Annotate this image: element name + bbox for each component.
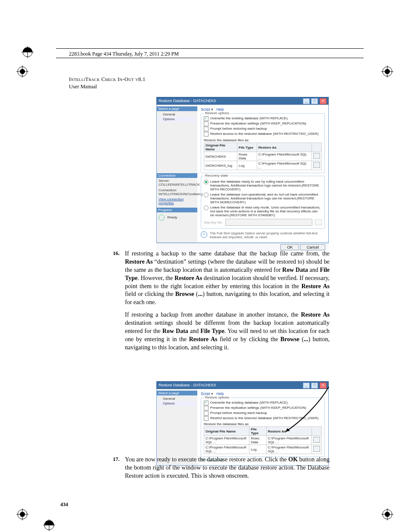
chk-restrict[interactable]: Restrict access to the restored database… [204, 132, 322, 137]
chk-restrict[interactable]: Restrict access to the restored database… [204, 416, 322, 421]
restore-files-table: Original File NameFile TypeRestore As DA… [204, 143, 322, 170]
left-item-general[interactable]: General [159, 112, 196, 117]
dialog1-right-pane: Script ▾ Help Restore options Overwrite … [197, 105, 328, 243]
chk-prompt[interactable]: Prompt before restoring each backup [204, 411, 322, 416]
browse-button[interactable] [313, 162, 320, 168]
radio-icon [204, 193, 209, 197]
dialog1-titlebar[interactable]: Restore Database - DATACHEK0 _ □ × [156, 97, 329, 105]
progress-ready: Ready [167, 215, 177, 219]
checkbox-icon [204, 406, 209, 411]
dialog2-titlebar[interactable]: Restore Database - DATACHEK0 _ □ × [156, 381, 329, 389]
minimize-icon[interactable]: _ [303, 98, 310, 104]
body-content: 16. If restoring a backup to the same da… [125, 250, 330, 356]
chk-preserve[interactable]: Preserve the replication settings (WITH … [204, 406, 322, 411]
svg-point-6 [20, 69, 25, 74]
recovery-state-group: Recovery state Leave the database ready … [201, 176, 325, 229]
svg-point-14 [383, 67, 392, 76]
left-item-options[interactable]: Options [159, 401, 196, 406]
connection-value: INTELLITRACKINC\colleeng [159, 192, 196, 196]
step-16-number: 16. [113, 250, 120, 257]
left-panehead-connection: Connection [157, 173, 197, 178]
radio-norecovery[interactable]: Leave the database non-operational, and … [204, 193, 322, 204]
dialog2-right-pane: Script ▾ Help Restore options Overwrite … [197, 389, 328, 465]
maximize-icon[interactable]: □ [311, 383, 318, 389]
dialog1-left-pane: Select a page General Options Connection… [157, 105, 197, 243]
step-17-block: 17. You are now ready to execute the dat… [125, 456, 330, 485]
close-icon[interactable]: × [320, 383, 327, 389]
checkbox-icon [204, 416, 209, 421]
progress-icon [159, 215, 165, 221]
radio-icon [204, 180, 209, 184]
table-row: DATACHEK0Rows DataC:\Program Files\Micro… [204, 152, 322, 161]
running-head-line1: IntelliTrack Check In-Out v8.1 [69, 76, 145, 83]
step-17-para: 17. You are now ready to execute the dat… [125, 456, 330, 480]
browse-button[interactable] [313, 153, 320, 159]
cancel-button[interactable]: Cancel [300, 244, 325, 250]
dialog2-title: Restore Database - DATACHEK0 [159, 382, 216, 389]
restore-options-legend2: Restore options [204, 395, 230, 399]
th-filetype: File Type [237, 143, 257, 152]
server-label: Server: [159, 179, 196, 183]
chk-prompt[interactable]: Prompt before restoring each backup [204, 127, 322, 131]
table-row: DATACHEK0_logLogC:\Program Files\Microso… [204, 161, 322, 170]
table-row: C:\Program Files\Microsoft SQL ...LogC:\… [204, 445, 322, 454]
left-panehead-progress: Progress [157, 208, 197, 212]
radio-icon [204, 205, 209, 210]
svg-point-3 [18, 67, 27, 76]
connection-label: Connection: [159, 188, 196, 192]
ok-button[interactable]: OK [280, 244, 299, 250]
maximize-icon[interactable]: □ [311, 98, 318, 104]
files-label: Restore the database files as: [204, 138, 322, 142]
files-label2: Restore the database files as: [204, 422, 322, 426]
running-head: IntelliTrack Check In-Out v8.1 User Manu… [69, 76, 145, 90]
table-row: C:\Program Files\Microsoft SQL ...Rows D… [204, 436, 322, 445]
svg-point-7 [18, 510, 27, 519]
th-restoreas: Restore As [257, 143, 311, 152]
restore-dialog-2: Restore Database - DATACHEK0 _ □ × Selec… [156, 381, 329, 466]
server-value: COLLEEN\INTELLITRACK [159, 183, 196, 187]
radio-recovery[interactable]: Leave the database ready to use by rolli… [204, 180, 322, 191]
restore-options-group2: Restore options Overwrite the existing d… [201, 398, 325, 457]
step-16-para1: 16. If restoring a backup to the same da… [125, 250, 330, 307]
recovery-legend: Recovery state [204, 174, 229, 177]
restore-options-group: Restore options Overwrite the existing d… [201, 113, 325, 173]
th-original: Original File Name [204, 143, 237, 152]
browse-button [315, 219, 322, 225]
checkbox-icon [204, 411, 209, 416]
radio-standby[interactable]: Leave the database in read-only mode. Un… [204, 205, 322, 217]
left-panehead-select: Select a page [157, 391, 197, 395]
checkbox-icon [204, 116, 209, 121]
svg-point-0 [23, 47, 32, 57]
checkbox-icon [204, 121, 209, 126]
close-icon[interactable]: × [320, 98, 327, 104]
minimize-icon[interactable]: _ [303, 383, 310, 389]
step-16-para2: If restoring a backup from another datab… [125, 311, 330, 352]
restore-files-table2: Original File NameFile TypeRestore As C:… [204, 426, 322, 454]
svg-point-21 [385, 512, 390, 517]
left-item-general[interactable]: General [159, 396, 196, 401]
checkbox-icon [204, 401, 209, 405]
browse-button[interactable] [313, 437, 320, 443]
chk-overwrite[interactable]: Overwrite the existing database (WITH RE… [204, 401, 322, 405]
window-controls: _ □ × [302, 97, 327, 104]
left-panehead-select: Select a page [157, 106, 197, 111]
header-rule-bottom [56, 58, 364, 58]
step-17-number: 17. [113, 456, 120, 463]
svg-point-18 [383, 510, 392, 519]
checkbox-icon [204, 127, 209, 131]
restore-dialog-1: Restore Database - DATACHEK0 _ □ × Selec… [156, 97, 329, 251]
svg-point-10 [20, 512, 25, 517]
chk-preserve[interactable]: Preserve the replication settings (WITH … [204, 121, 322, 126]
restore-options-legend: Restore options [204, 111, 230, 115]
standby-file-input [225, 219, 312, 226]
chk-overwrite[interactable]: Overwrite the existing database (WITH RE… [204, 116, 322, 121]
window-controls: _ □ × [302, 382, 327, 389]
info-row: i The Full-Text Upgrade Option server pr… [201, 231, 325, 239]
running-head-line2: User Manual [69, 83, 145, 90]
page-number: 434 [60, 501, 68, 508]
view-connection-link[interactable]: View connection properties [159, 197, 196, 205]
browse-button[interactable] [313, 446, 320, 452]
left-item-options[interactable]: Options [159, 117, 196, 121]
info-icon: i [201, 231, 207, 238]
dialog1-title: Restore Database - DATACHEK0 [159, 97, 216, 104]
